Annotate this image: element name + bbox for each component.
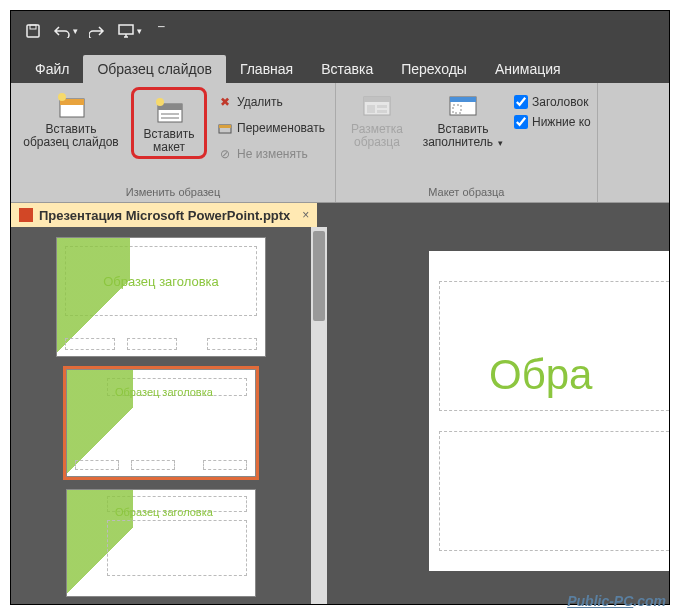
save-icon [25,23,41,39]
app-window: ▾ ▾ ⎺ Файл Образец слайдов Главная Встав… [10,10,670,605]
tab-slide-master[interactable]: Образец слайдов [83,55,225,83]
master-layout-icon [360,91,394,121]
svg-rect-2 [119,25,133,34]
thumbnail-scrollbar[interactable] [311,227,327,604]
svg-rect-9 [161,117,179,119]
chevron-down-icon: ▾ [498,138,503,148]
ribbon: Вставитьобразец слайдов Вставитьмакет ✖ … [11,83,669,203]
preserve-button: ⊘ Не изменять [213,143,329,165]
footers-checkbox-row[interactable]: Нижние ко [514,115,591,129]
svg-rect-16 [377,105,387,108]
slideshow-icon [117,23,135,39]
tab-insert[interactable]: Вставка [307,55,387,83]
insert-slide-master-button[interactable]: Вставитьобразец слайдов [17,87,125,149]
thumbnail-title: Образец заголовка [115,386,247,398]
footers-checkbox[interactable] [514,115,528,129]
ribbon-group-master-layout: Разметкаобразца Вставитьзаполнитель ▾ За… [336,83,598,202]
redo-button[interactable] [83,17,111,45]
insert-layout-icon [152,96,186,126]
svg-rect-15 [367,105,375,113]
label: образца [354,135,400,149]
label: образец слайдов [23,135,118,149]
label: Переименовать [237,121,325,135]
thumbnail-pane[interactable]: Образец заголовка Образец заголовка [11,227,311,604]
label: Удалить [237,95,283,109]
tab-transitions[interactable]: Переходы [387,55,481,83]
master-layout-button: Разметкаобразца [342,87,412,149]
title-checkbox[interactable] [514,95,528,109]
svg-rect-14 [364,97,390,102]
undo-button[interactable]: ▾ [51,17,79,45]
tab-animations[interactable]: Анимация [481,55,575,83]
label: Вставить [46,122,97,136]
ribbon-tabs: Файл Образец слайдов Главная Вставка Пер… [11,51,669,83]
svg-rect-12 [219,125,231,128]
slide-canvas[interactable]: Обра [327,227,669,604]
master-thumbnail[interactable]: Образец заголовка [56,237,266,357]
insert-slide-master-icon [54,91,88,121]
svg-point-10 [156,98,164,106]
slide-title-placeholder[interactable]: Обра [489,351,592,399]
layout-thumbnail-2[interactable]: Образец заголовка [66,489,256,597]
label: Разметка [351,122,403,136]
undo-icon [53,24,71,38]
redo-icon [89,24,105,38]
ribbon-group-edit-master: Вставитьобразец слайдов Вставитьмакет ✖ … [11,83,336,202]
title-checkbox-row[interactable]: Заголовок [514,95,591,109]
highlight-annotation: Вставитьмакет [131,87,207,159]
group-label: Макет образца [342,184,591,202]
rename-icon [217,120,233,136]
label: Заголовок [532,95,588,109]
preserve-icon: ⊘ [217,146,233,162]
delete-icon: ✖ [217,94,233,110]
title-bar: ▾ ▾ ⎺ [11,11,669,51]
svg-rect-19 [450,97,476,102]
label: Вставить [438,122,489,136]
qat-customize[interactable]: ⎺ [147,17,175,45]
label: Нижние ко [532,115,591,129]
insert-placeholder-icon [446,91,480,121]
svg-rect-0 [27,25,39,37]
scrollbar-handle[interactable] [313,231,325,321]
label: Вставить [144,127,195,141]
svg-rect-17 [377,110,387,113]
chevron-down-icon: ▾ [73,26,78,36]
thumbnail-title: Образец заголовка [115,506,247,518]
document-tab[interactable]: Презентация Microsoft PowerPoint.pptx × [11,203,317,227]
document-filename: Презентация Microsoft PowerPoint.pptx [39,208,290,223]
close-document-button[interactable]: × [302,208,309,222]
powerpoint-icon [19,208,33,222]
insert-placeholder-button[interactable]: Вставитьзаполнитель ▾ [418,87,508,149]
rename-button[interactable]: Переименовать [213,117,329,139]
svg-rect-8 [161,113,179,115]
document-area: Презентация Microsoft PowerPoint.pptx × … [11,203,669,604]
label: Не изменять [237,147,308,161]
group-label: Изменить образец [17,184,329,202]
svg-point-5 [58,93,66,101]
layout-thumbnail-1[interactable]: Образец заголовка [66,369,256,477]
slide-master-preview[interactable]: Обра [429,251,669,571]
delete-button[interactable]: ✖ Удалить [213,91,329,113]
tab-file[interactable]: Файл [21,55,83,83]
label: макет [153,140,185,154]
workspace: Образец заголовка Образец заголовка [11,227,669,604]
chevron-down-icon: ▾ [137,26,142,36]
insert-layout-button[interactable]: Вставитьмакет [136,92,202,154]
tab-home[interactable]: Главная [226,55,307,83]
save-button[interactable] [19,17,47,45]
thumbnail-title: Образец заголовка [65,274,257,289]
label: заполнитель [423,135,493,149]
slideshow-button[interactable]: ▾ [115,17,143,45]
